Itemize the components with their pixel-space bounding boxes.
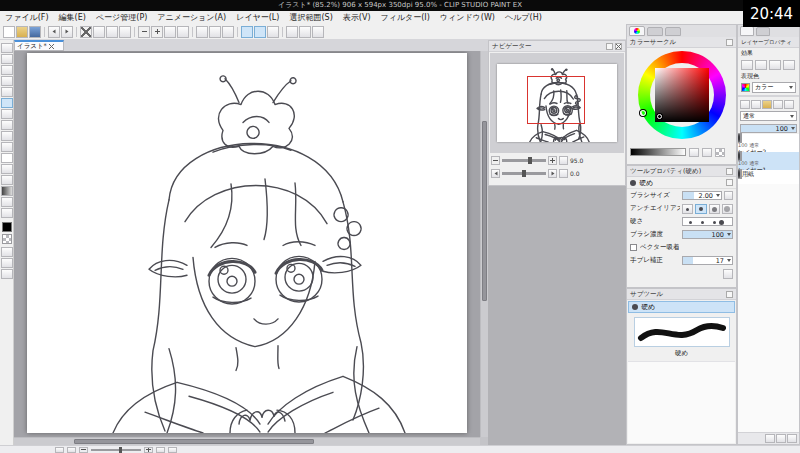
hand-tool[interactable]: [1, 258, 13, 268]
nav-fit-icon[interactable]: [559, 156, 568, 165]
status-zoom-out-icon[interactable]: [79, 447, 88, 453]
navigator-preview-area[interactable]: [490, 53, 624, 153]
nav-flip-horizontal-icon[interactable]: [559, 169, 568, 178]
panel-close-icon[interactable]: [615, 43, 622, 50]
tab-color-set[interactable]: [665, 27, 681, 36]
extract-line-effect-icon[interactable]: [783, 60, 795, 70]
layer-row-2[interactable]: 100 通常 レイヤー2: [738, 134, 799, 152]
tab-layer-search[interactable]: [756, 27, 770, 36]
close-tab-icon[interactable]: [49, 44, 54, 49]
lock-icon[interactable]: [726, 179, 733, 186]
lock-layer-icon[interactable]: [784, 100, 794, 109]
airbrush-tool[interactable]: [1, 131, 13, 141]
status-icon-4[interactable]: [168, 447, 177, 453]
auto-select-tool[interactable]: [1, 76, 13, 86]
blend-tool[interactable]: [1, 164, 13, 174]
value-gradient-bar[interactable]: [630, 148, 686, 156]
snap-to-ruler-icon[interactable]: [241, 26, 253, 38]
aa-strong-button[interactable]: [722, 204, 733, 214]
transparent-color-swatch[interactable]: [2, 234, 12, 244]
pencil-tool[interactable]: [1, 109, 13, 119]
fill-tool[interactable]: [1, 175, 13, 185]
expression-color-dropdown[interactable]: カラー: [752, 82, 796, 93]
horizontal-scrollbar[interactable]: [14, 437, 480, 445]
transparent-icon[interactable]: [715, 148, 725, 157]
layer-row-paper[interactable]: 用紙: [738, 170, 799, 184]
aa-medium-button[interactable]: [709, 204, 720, 214]
status-zoom-in-icon[interactable]: [144, 447, 153, 453]
copy-icon[interactable]: [106, 26, 118, 38]
aa-none-button[interactable]: [682, 204, 693, 214]
pen-tool[interactable]: [1, 98, 13, 108]
figure-tool[interactable]: [1, 197, 13, 207]
navigator-page-thumbnail[interactable]: [497, 64, 617, 142]
panel-menu-icon[interactable]: [606, 43, 613, 50]
saturation-value-square[interactable]: [655, 68, 709, 122]
menu-view[interactable]: 表示(V): [338, 12, 376, 23]
layer-row-1-selected[interactable]: 100 通常 レイヤー1: [738, 152, 799, 170]
redo-icon[interactable]: [61, 26, 73, 38]
actual-size-icon[interactable]: [177, 26, 189, 38]
status-zoom-slider[interactable]: [91, 449, 141, 451]
panel-menu-icon[interactable]: [726, 291, 733, 298]
cut-icon[interactable]: [93, 26, 105, 38]
tone-effect-icon[interactable]: [755, 60, 767, 70]
rotate-canvas-tool[interactable]: [1, 269, 13, 279]
menu-window[interactable]: ウィンドウ(W): [435, 12, 500, 23]
brush-density-slider[interactable]: 100: [682, 230, 733, 239]
open-file-icon[interactable]: [16, 26, 28, 38]
system-clock[interactable]: 20:44: [743, 0, 800, 27]
snap-to-special-ruler-icon[interactable]: [254, 26, 266, 38]
vertical-scrollbar[interactable]: [480, 51, 488, 437]
new-canvas-icon[interactable]: [3, 26, 15, 38]
help-icon[interactable]: [312, 26, 324, 38]
color-mixer-icon[interactable]: [702, 148, 712, 157]
menu-file[interactable]: ファイル(F): [0, 12, 54, 23]
zoom-tool[interactable]: [1, 247, 13, 257]
gradient-tool[interactable]: [1, 186, 13, 196]
rotate-right-icon[interactable]: [209, 26, 221, 38]
material-palette-icon[interactable]: [299, 26, 311, 38]
zoom-out-icon[interactable]: [138, 26, 150, 38]
delete-layer-icon[interactable]: [787, 434, 797, 443]
layer-opacity-slider[interactable]: 100: [740, 124, 797, 133]
horizontal-scrollbar-thumb[interactable]: [74, 439, 314, 444]
menu-page-manage[interactable]: ページ管理(P): [91, 12, 152, 23]
panel-menu-icon[interactable]: [726, 168, 733, 175]
aa-weak-button[interactable]: [695, 204, 706, 214]
new-layer-icon[interactable]: [765, 434, 775, 443]
nav-rotate-slider[interactable]: [502, 172, 546, 175]
vector-snap-checkbox[interactable]: [630, 244, 637, 251]
move-layer-tool[interactable]: [1, 54, 13, 64]
snap-to-grid-icon[interactable]: [267, 26, 279, 38]
save-icon[interactable]: [29, 26, 41, 38]
nav-rotate-right-icon[interactable]: [548, 169, 557, 178]
selection-tool[interactable]: [1, 65, 13, 75]
rotate-left-icon[interactable]: [196, 26, 208, 38]
grid-icon[interactable]: [286, 26, 298, 38]
menu-edit[interactable]: 編集(E): [54, 12, 91, 23]
wrench-icon[interactable]: [723, 269, 733, 279]
nav-rotate-left-icon[interactable]: [491, 169, 500, 178]
canvas[interactable]: [27, 53, 467, 433]
status-icon-2[interactable]: [67, 447, 76, 453]
status-icon-1[interactable]: [55, 447, 64, 453]
navigator-view-rect[interactable]: [527, 76, 585, 124]
hardness-slider[interactable]: [682, 217, 733, 226]
subtool-stroke-tile[interactable]: [634, 317, 730, 347]
layer-color-effect-icon[interactable]: [769, 60, 781, 70]
tab-color-slider[interactable]: [647, 27, 663, 36]
undo-icon[interactable]: [48, 26, 60, 38]
eyedropper-tool[interactable]: [1, 87, 13, 97]
subtool-selected-row[interactable]: 硬め: [628, 301, 735, 313]
text-tool[interactable]: [1, 208, 13, 218]
nav-zoom-slider[interactable]: [502, 159, 546, 162]
menu-selection[interactable]: 選択範囲(S): [284, 12, 337, 23]
menu-animation[interactable]: アニメーション(A): [152, 12, 231, 23]
hue-indicator[interactable]: [640, 110, 646, 116]
blend-mode-dropdown[interactable]: 通常: [740, 111, 797, 121]
vertical-scrollbar-thumb[interactable]: [482, 121, 487, 301]
new-raster-layer-icon[interactable]: [740, 100, 750, 109]
merge-down-icon[interactable]: [776, 434, 786, 443]
paste-icon[interactable]: [119, 26, 131, 38]
